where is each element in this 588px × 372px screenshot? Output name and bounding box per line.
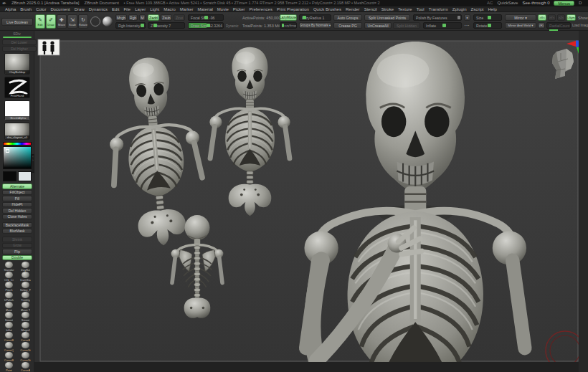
menu-macro[interactable]: Macro [161, 6, 178, 12]
stroke-preview-icon[interactable] [103, 16, 113, 27]
edit-mode-button[interactable]: ✎Edit [35, 14, 45, 29]
close-holes-button[interactable]: Close Holes [2, 214, 32, 220]
menu-help[interactable]: Help [486, 6, 499, 12]
quick-brush-curvea[interactable]: CurveA [17, 362, 34, 372]
focal-shift-slider[interactable]: Focal Shift -96 [188, 14, 224, 21]
partial-button[interactable]: D [579, 0, 586, 6]
quick-brush-curvest[interactable]: CurveSt [17, 342, 34, 352]
menu-zplugin[interactable]: Zplugin [450, 6, 469, 12]
rgb-intensity-slider[interactable]: Rgb Intensity [115, 22, 146, 29]
menus-button[interactable]: Menus [554, 1, 574, 6]
alternate-button[interactable]: Alternate [2, 183, 32, 189]
menu-picker[interactable]: Picker [231, 6, 247, 12]
lazyradius-slider[interactable]: LazyRadius 1 [299, 14, 331, 21]
quick-brush-smoot[interactable]: Smoot [1, 312, 17, 322]
menu-render[interactable]: Render [343, 6, 362, 12]
show-button[interactable]: Show [578, 16, 588, 20]
current-alpha-thumbnail[interactable]: ~BrushAlpha [4, 100, 30, 120]
lsym-toggle[interactable]: LSym [566, 14, 576, 21]
menu-color[interactable]: Color [34, 6, 48, 12]
polish-mode-toggle[interactable]: ● [464, 14, 470, 21]
mrgb-button[interactable]: Mrgb [115, 14, 127, 21]
split-unmasked-points-button[interactable]: Split Unmasked Points [364, 14, 410, 21]
menu-document[interactable]: Document [48, 6, 72, 12]
mirror-dropdown[interactable]: Mirror ▾ [505, 14, 536, 21]
lazymouse-button[interactable]: LazyMouse [280, 14, 297, 21]
z-intensity-slider[interactable]: Z Intensity 7 [148, 22, 185, 29]
move-mode-button[interactable]: ✚Move [57, 14, 67, 29]
menu-layer[interactable]: Layer [133, 6, 148, 12]
document-canvas[interactable] [34, 31, 579, 362]
menu-dynamics[interactable]: Dynamics [87, 6, 110, 12]
menu-edit[interactable]: Edit [110, 6, 121, 12]
quick-brush-hpolish[interactable]: hPolish [1, 292, 17, 302]
load-image-button[interactable]: Load Image [572, 24, 588, 27]
quick-brush-curvest[interactable]: CurveSt [17, 352, 34, 362]
menu-marker[interactable]: Marker [178, 6, 196, 12]
del-higher-button[interactable]: Del Higher [2, 46, 37, 52]
uncrease-all-button[interactable]: UnCreaseAll [364, 22, 392, 29]
scale-mode-button[interactable]: ⇲Scale [67, 14, 77, 29]
radial-symmetry-toggle[interactable]: (R) [538, 22, 545, 29]
shrink-button[interactable]: Shrink [2, 237, 32, 242]
flip-button[interactable]: Flip [2, 249, 32, 254]
size-slider[interactable]: Size [473, 14, 502, 21]
menu-material[interactable]: Material [196, 6, 215, 12]
menu-alpha[interactable]: Alpha [3, 6, 18, 12]
menu-stencil[interactable]: Stencil [362, 6, 379, 12]
rgb-button[interactable]: Rgb [128, 14, 138, 21]
quick-brush-paint[interactable]: Paint [1, 362, 17, 372]
menu-zscript[interactable]: Zscript [469, 6, 486, 12]
grow-button[interactable]: Grow [2, 243, 32, 249]
current-brush-thumbnail[interactable]: ClayBuildup [4, 53, 30, 75]
quick-brush-selwy-f[interactable]: Selwy_F [17, 282, 34, 292]
quick-brush-smoot[interactable]: Smoot [17, 312, 34, 322]
quick-brush-inflat[interactable]: Inflat [1, 322, 17, 332]
del-hidden-button[interactable]: Del Hidden [2, 208, 32, 214]
radial-count-handle[interactable] [549, 29, 558, 31]
dynamic-label[interactable]: Dynamic [226, 24, 239, 28]
quick-brush-pinch[interactable]: Pinch [1, 282, 17, 292]
rotate-slider[interactable]: Rotate [473, 22, 502, 29]
menu-brush[interactable]: Brush [18, 6, 34, 12]
secondary-color-swatch[interactable] [18, 171, 32, 181]
current-stroke-thumbnail[interactable]: FreeHand [4, 77, 30, 98]
quick-brush-trimdy[interactable]: TrimDy [17, 292, 34, 302]
rotate-mode-button[interactable]: ↻Rotate [78, 14, 88, 29]
zsub-button[interactable]: Zsub [161, 14, 172, 21]
symmetry-z-toggle[interactable]: >Z< [557, 14, 565, 21]
menu-preferences[interactable]: Preferences [247, 6, 275, 12]
quick-brush-standar[interactable]: Standar [1, 262, 17, 272]
sdiv-slider-bar[interactable] [3, 37, 32, 38]
sdiv-slider[interactable]: SDiv [0, 32, 34, 36]
reference-image-thumbnail[interactable] [38, 39, 60, 55]
current-material-thumbnail[interactable]: dro_claynet_s0 [4, 123, 30, 140]
sculpt-viewport[interactable] [34, 31, 579, 362]
mirror-and-weld-dropdown[interactable]: Mirror And Weld ▾ [505, 22, 536, 29]
quick-brush-curveb[interactable]: CurveB [1, 332, 17, 342]
menu-print-preparation[interactable]: Print Preparation [275, 6, 311, 12]
blurmask-button[interactable]: BlurMask [2, 229, 32, 234]
quick-brush-damsta[interactable]: DamSta [17, 272, 34, 282]
polish-by-features-slider[interactable]: Polish By Features [413, 14, 462, 21]
radial-count-slider[interactable]: RadialCount [546, 22, 571, 29]
quick-brush-daybui[interactable]: DayBui [17, 262, 34, 272]
crease-pg-button[interactable]: Crease PG [333, 22, 362, 29]
quick-brush-curveq[interactable]: CurveQ [1, 342, 17, 352]
live-boolean-button[interactable]: Live Boolean [1, 18, 33, 26]
draw-mode-button[interactable]: ✐Draw [46, 14, 56, 29]
brush-preview-icon[interactable] [90, 16, 100, 27]
lazysnap-slider[interactable]: LazySnap 0 [280, 22, 297, 29]
main-color-swatch[interactable] [3, 171, 16, 181]
menu-stroke[interactable]: Stroke [379, 6, 396, 12]
menu-quick-brushes[interactable]: Quick Brushes [311, 6, 343, 12]
groups-by-normals-dropdown[interactable]: Groups By Normals ▾ [299, 22, 331, 29]
menu-texture[interactable]: Texture [396, 6, 414, 12]
quick-brush-move[interactable]: Move [1, 302, 17, 312]
zcut-button[interactable]: Zcut [174, 14, 185, 21]
split-hidden-button[interactable]: Split Hidden [393, 22, 420, 29]
menu-draw[interactable]: Draw [72, 6, 87, 12]
quick-brush-move-t[interactable]: Move T [17, 302, 34, 312]
quick-brush-curveb[interactable]: CurveB [17, 332, 34, 342]
zadd-button[interactable]: Zadd [148, 14, 159, 21]
